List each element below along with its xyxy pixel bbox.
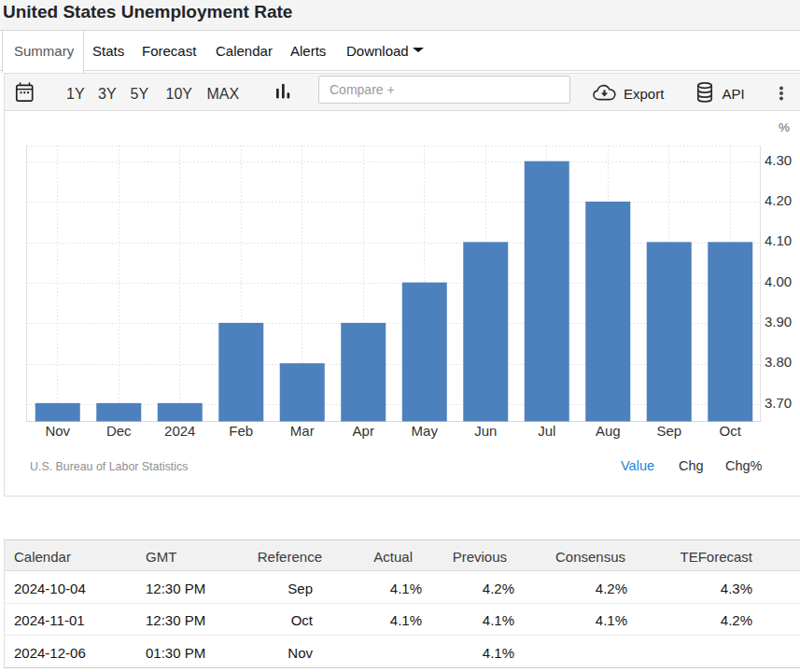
svg-text:Nov: Nov: [45, 423, 70, 439]
svg-text:Sep: Sep: [656, 423, 681, 439]
svg-text:May: May: [412, 423, 439, 439]
svg-text:%: %: [779, 120, 790, 134]
svg-text:2024: 2024: [164, 423, 195, 439]
svg-text:Aug: Aug: [596, 423, 621, 439]
svg-text:4.00: 4.00: [765, 273, 792, 289]
svg-text:3.70: 3.70: [765, 395, 792, 411]
svg-text:Oct: Oct: [720, 423, 742, 439]
svg-text:Jul: Jul: [538, 423, 555, 439]
svg-text:Apr: Apr: [353, 423, 374, 439]
svg-text:4.30: 4.30: [765, 152, 792, 168]
svg-text:3.90: 3.90: [765, 314, 792, 329]
svg-text:Dec: Dec: [106, 423, 132, 439]
svg-text:Feb: Feb: [229, 423, 253, 439]
svg-text:4.10: 4.10: [765, 232, 792, 248]
svg-text:Jun: Jun: [474, 423, 497, 439]
svg-text:Mar: Mar: [290, 423, 315, 439]
svg-text:4.20: 4.20: [765, 192, 792, 208]
svg-text:3.80: 3.80: [765, 354, 792, 370]
